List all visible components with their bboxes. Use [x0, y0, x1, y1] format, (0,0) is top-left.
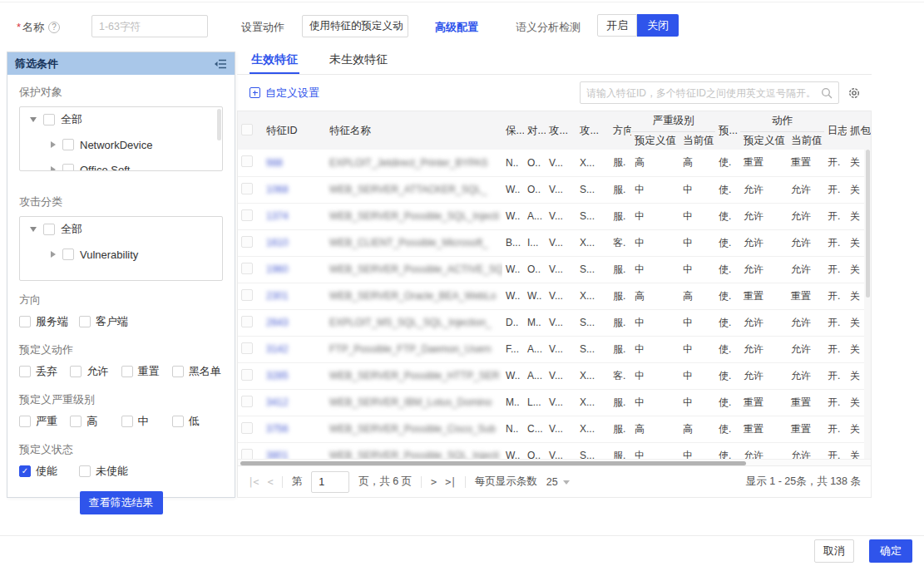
row-checkbox[interactable] [241, 183, 253, 194]
filter-option[interactable]: 中 [121, 414, 172, 429]
col-direction[interactable]: 方向 [610, 111, 631, 150]
tree-node[interactable]: Office Soft [20, 157, 222, 171]
col-log[interactable]: 日志 [824, 111, 847, 150]
toggle-on-button[interactable]: 开启 [597, 14, 637, 37]
tree-checkbox[interactable] [62, 249, 74, 260]
gear-icon[interactable] [847, 86, 861, 100]
select-all-checkbox[interactable] [241, 124, 253, 135]
collapse-panel-icon[interactable] [214, 58, 227, 70]
col-action-current[interactable]: 当前值 [788, 131, 824, 150]
row-checkbox[interactable] [241, 422, 253, 434]
filter-option[interactable]: ✓使能 [19, 464, 79, 479]
checkbox[interactable] [79, 465, 91, 477]
tab-active-features[interactable]: 生效特征 [250, 47, 299, 74]
set-action-select[interactable]: 使用特征的预定义动 [302, 15, 408, 37]
horizontal-scrollbar-thumb[interactable] [240, 461, 746, 465]
feature-id-link[interactable]: 2643 [266, 317, 289, 328]
expander-down-icon[interactable] [30, 117, 37, 122]
checkbox[interactable] [121, 416, 133, 427]
row-checkbox[interactable] [241, 289, 253, 301]
feature-id-link[interactable]: 1610 [266, 237, 289, 249]
row-checkbox[interactable] [241, 263, 253, 274]
feature-id-link[interactable]: 3801 [266, 450, 289, 459]
row-checkbox[interactable] [241, 236, 253, 248]
col-object[interactable]: 对... [524, 111, 546, 150]
checkbox[interactable]: ✓ [19, 465, 31, 477]
col-feature-name[interactable]: 特征名称 [326, 111, 502, 150]
tree-checkbox[interactable] [62, 164, 74, 171]
checkbox[interactable] [19, 416, 31, 427]
tree-node[interactable]: Vulnerability [20, 242, 222, 267]
col-feature-id[interactable]: 特征ID [263, 111, 326, 150]
expander-right-icon[interactable] [51, 166, 56, 171]
feature-id-link[interactable]: 988 [266, 157, 283, 169]
checkbox[interactable] [79, 316, 91, 327]
page-number-input[interactable] [311, 471, 349, 493]
checkbox[interactable] [121, 366, 133, 377]
tree-node[interactable]: 全部 [20, 107, 222, 132]
cancel-button[interactable]: 取消 [814, 539, 854, 563]
col-attack1[interactable]: 攻... [546, 111, 576, 150]
tree-checkbox[interactable] [43, 224, 55, 235]
col-capture[interactable]: 抓包 [847, 111, 871, 150]
checkbox[interactable] [70, 366, 82, 377]
per-page-select[interactable]: 25 [546, 476, 570, 488]
tree-checkbox[interactable] [43, 114, 55, 126]
prev-page-icon[interactable]: < [267, 476, 272, 488]
last-page-icon[interactable]: >| [445, 476, 455, 488]
first-page-icon[interactable]: |< [248, 476, 258, 488]
name-input[interactable] [91, 15, 208, 37]
col-attack2[interactable]: 攻... [576, 111, 610, 150]
filter-option[interactable]: 服务端 [19, 314, 79, 329]
checkbox[interactable] [172, 416, 184, 427]
col-protect[interactable]: 保... [502, 111, 524, 150]
filter-option[interactable]: 重置 [121, 364, 172, 379]
tree-node[interactable]: 全部 [20, 217, 222, 242]
expander-down-icon[interactable] [30, 227, 37, 232]
tree-checkbox[interactable] [62, 139, 74, 150]
row-checkbox[interactable] [241, 342, 253, 354]
checkbox[interactable] [70, 416, 82, 427]
feature-id-link[interactable]: 1374 [266, 210, 289, 222]
help-icon[interactable]: ? [48, 22, 60, 33]
filter-option[interactable]: 黑名单 [172, 364, 223, 379]
view-filter-results-button[interactable]: 查看筛选结果 [80, 491, 163, 514]
row-checkbox[interactable] [241, 316, 253, 327]
horizontal-scrollbar[interactable] [238, 459, 871, 465]
expander-right-icon[interactable] [51, 251, 56, 258]
vertical-scrollbar-thumb[interactable] [866, 150, 870, 298]
feature-id-link[interactable]: 3285 [266, 370, 289, 381]
feature-id-link[interactable]: 2301 [266, 290, 289, 302]
tree-scrollbar-thumb[interactable] [217, 109, 221, 140]
advanced-config-link[interactable]: 高级配置 [435, 20, 478, 35]
col-severity-predef[interactable]: 预定义值 [631, 131, 679, 150]
filter-option[interactable]: 丢弃 [19, 364, 70, 379]
feature-id-link[interactable]: 3756 [266, 423, 289, 435]
tab-inactive-features[interactable]: 未生效特征 [328, 47, 389, 74]
filter-option[interactable]: 未使能 [79, 464, 139, 479]
vertical-scrollbar[interactable] [864, 150, 871, 459]
feature-id-link[interactable]: 1068 [266, 184, 289, 195]
row-checkbox[interactable] [241, 449, 253, 459]
next-page-icon[interactable]: > [431, 476, 436, 488]
row-checkbox[interactable] [241, 209, 253, 221]
custom-settings-link[interactable]: 自定义设置 [250, 86, 319, 101]
toggle-off-button[interactable]: 关闭 [637, 14, 679, 37]
feature-id-link[interactable]: 3412 [266, 396, 289, 408]
confirm-button[interactable]: 确定 [869, 539, 912, 563]
feature-id-link[interactable]: 1960 [266, 263, 289, 275]
col-predef-state[interactable]: 预... [715, 111, 740, 150]
checkbox[interactable] [172, 366, 184, 377]
col-action-predef[interactable]: 预定义值 [740, 131, 788, 150]
search-icon[interactable] [821, 87, 833, 99]
tree-node[interactable]: NetworkDevice [20, 132, 222, 157]
filter-option[interactable]: 允许 [70, 364, 121, 379]
row-checkbox[interactable] [241, 396, 253, 407]
search-input[interactable] [586, 87, 821, 99]
col-severity-current[interactable]: 当前值 [679, 131, 715, 150]
checkbox[interactable] [19, 366, 31, 377]
row-checkbox[interactable] [241, 155, 253, 167]
feature-id-link[interactable]: 3142 [266, 343, 289, 355]
filter-option[interactable]: 客户端 [79, 314, 139, 329]
row-checkbox[interactable] [241, 369, 253, 381]
